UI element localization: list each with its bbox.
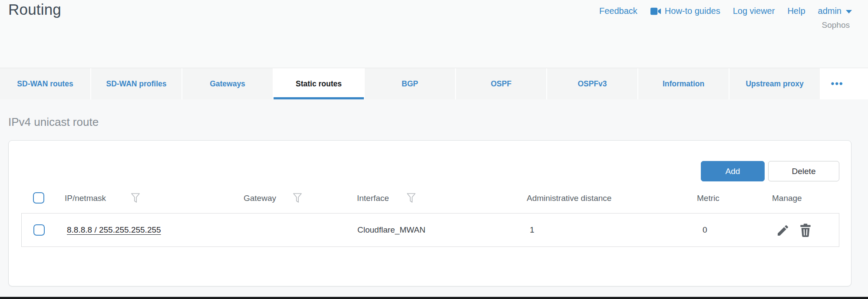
video-camera-icon xyxy=(650,7,661,16)
tab-gateways[interactable]: Gateways xyxy=(182,68,273,99)
tab-ospfv3[interactable]: OSPFv3 xyxy=(547,68,637,99)
table-header: IP/netmask Gateway Interface Administrat… xyxy=(9,192,851,206)
route-admin-distance-value: 1 xyxy=(530,225,535,235)
column-gateway: Gateway xyxy=(244,194,276,203)
more-tabs-button[interactable]: ••• xyxy=(821,68,854,99)
route-metric-value: 0 xyxy=(703,225,707,235)
add-button[interactable]: Add xyxy=(701,161,765,181)
edit-pencil-icon[interactable] xyxy=(776,223,790,237)
section-title: IPv4 unicast route xyxy=(8,115,99,129)
route-interface-value: Cloudflare_MWAN xyxy=(357,225,426,235)
tab-bar: SD-WAN routes SD-WAN profiles Gateways S… xyxy=(0,68,868,99)
log-viewer-link[interactable]: Log viewer xyxy=(733,6,775,16)
page-title: Routing xyxy=(8,1,61,18)
column-ip-netmask: IP/netmask xyxy=(65,194,106,203)
filter-icon[interactable] xyxy=(406,192,416,204)
tab-static-routes[interactable]: Static routes xyxy=(274,68,364,99)
row-checkbox[interactable] xyxy=(33,224,45,236)
top-header: Routing Feedback How-to guides Log viewe… xyxy=(0,0,868,68)
window-bottom-edge xyxy=(0,297,868,299)
select-all-checkbox[interactable] xyxy=(33,192,44,204)
routing-page: Routing Feedback How-to guides Log viewe… xyxy=(0,0,868,299)
column-administrative-distance: Administrative distance xyxy=(527,194,611,203)
more-dots-icon: ••• xyxy=(831,82,843,86)
filter-icon[interactable] xyxy=(130,192,141,204)
delete-button[interactable]: Delete xyxy=(768,161,839,181)
tab-upstream-proxy[interactable]: Upstream proxy xyxy=(729,68,820,99)
tab-information[interactable]: Information xyxy=(638,68,729,99)
utility-nav: Feedback How-to guides Log viewer Help a… xyxy=(599,6,852,16)
tab-ospf[interactable]: OSPF xyxy=(456,68,546,99)
content-area: IPv4 unicast route Add Delete IP/netmask… xyxy=(0,99,868,297)
help-link[interactable]: Help xyxy=(787,6,805,16)
table-row: 8.8.8.8 / 255.255.255.255 Cloudflare_MWA… xyxy=(21,213,839,247)
column-metric: Metric xyxy=(697,194,719,203)
route-ip-netmask-link[interactable]: 8.8.8.8 / 255.255.255.255 xyxy=(67,225,161,235)
column-manage: Manage xyxy=(772,194,802,203)
delete-trash-icon[interactable] xyxy=(799,223,812,237)
caret-down-icon xyxy=(846,10,852,13)
static-routes-panel: Add Delete IP/netmask Gateway Interface … xyxy=(8,140,851,286)
howto-guides-link[interactable]: How-to guides xyxy=(650,6,720,16)
tab-sd-wan-routes[interactable]: SD-WAN routes xyxy=(0,68,90,99)
column-interface: Interface xyxy=(357,194,389,203)
tab-sd-wan-profiles[interactable]: SD-WAN profiles xyxy=(91,68,182,99)
feedback-link[interactable]: Feedback xyxy=(599,6,637,16)
admin-menu[interactable]: admin xyxy=(818,6,852,16)
brand-label: Sophos xyxy=(822,20,850,30)
tab-bgp[interactable]: BGP xyxy=(365,68,455,99)
filter-icon[interactable] xyxy=(292,192,303,204)
